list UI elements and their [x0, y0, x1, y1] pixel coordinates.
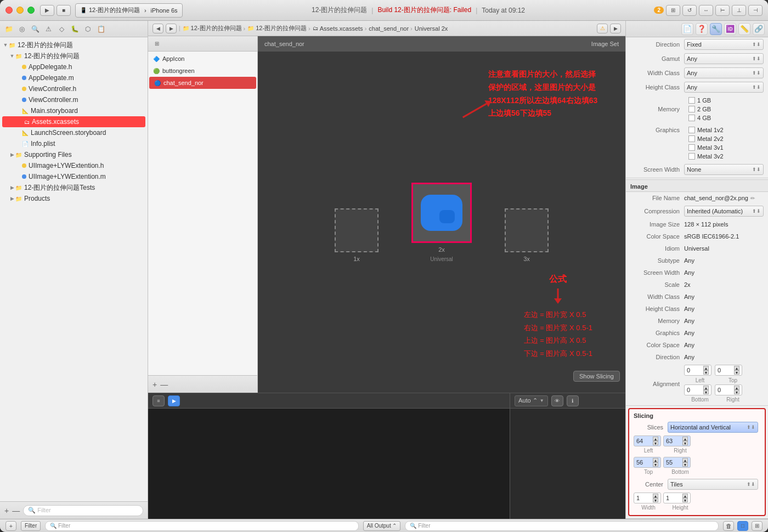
slice-left-up[interactable]: ▲: [653, 437, 658, 441]
breadcrumb-next-btn[interactable]: ▶: [610, 24, 621, 33]
file-name-edit-icon[interactable]: ✏: [750, 195, 755, 201]
products-disclosure[interactable]: ▶: [9, 196, 15, 201]
slice-top-up[interactable]: ▲: [653, 458, 658, 462]
breadcrumb-fwd-btn[interactable]: ▶: [166, 24, 177, 33]
layout-btn-3[interactable]: ↔: [699, 5, 713, 16]
remove-file-btn[interactable]: —: [160, 380, 168, 389]
view-status-btn1[interactable]: □: [737, 521, 748, 531]
tree-item-products[interactable]: ▶ 📁 Products: [0, 193, 148, 204]
alignment-bottom-field[interactable]: 0 ▲ ▼: [684, 384, 711, 395]
slice-bottom-field[interactable]: 55 ▲ ▼: [663, 457, 691, 468]
disclosure-icon[interactable]: ▼: [2, 42, 9, 48]
slice-top-down[interactable]: ▼: [653, 462, 658, 467]
slice-width-up[interactable]: ▲: [653, 494, 658, 498]
breadcrumb-item-3[interactable]: 🗂 Assets.xcassets ›: [313, 25, 367, 32]
slice-width-down[interactable]: ▼: [653, 498, 658, 502]
slot-box-3x[interactable]: [505, 208, 549, 252]
alignment-right-up[interactable]: ▲: [734, 366, 739, 370]
memory-1gb-checkbox[interactable]: [688, 97, 695, 104]
breadcrumb-back-btn[interactable]: ◀: [153, 24, 163, 33]
breadcrumb-item-5[interactable]: Universal 2x: [415, 25, 448, 32]
report-icon[interactable]: 📋: [95, 24, 106, 35]
attribute-insp-icon[interactable]: 🔧: [710, 23, 722, 35]
layout-btn-1[interactable]: ⊞: [666, 5, 680, 16]
slice-right-down[interactable]: ▼: [682, 441, 688, 445]
show-slicing-button[interactable]: Show Slicing: [573, 371, 620, 382]
stop-button[interactable]: ■: [57, 5, 71, 16]
width-class-select[interactable]: Any ⬆⬇: [684, 67, 764, 78]
alignment-top-down[interactable]: ▼: [734, 390, 739, 394]
source-control-icon[interactable]: ◎: [16, 24, 27, 35]
memory-4gb-checkbox[interactable]: [688, 115, 695, 121]
metal1v2-checkbox[interactable]: [688, 127, 695, 133]
tree-item-appdel-h[interactable]: AppDelegate.h: [0, 61, 148, 72]
slice-bottom-down[interactable]: ▼: [682, 462, 688, 467]
slice-right-stepper[interactable]: ▲ ▼: [682, 437, 688, 445]
tree-item-assets[interactable]: 🗂 Assets.xcassets: [2, 116, 145, 127]
quick-help-icon[interactable]: ❓: [696, 23, 708, 35]
tree-item-viewcon-h[interactable]: ViewController.h: [0, 83, 148, 94]
gamut-select[interactable]: Any ⬆⬇: [684, 53, 764, 64]
tree-item-tests[interactable]: ▶ 📁 12-图片的拉伸问题Tests: [0, 182, 148, 193]
remove-nav-btn[interactable]: —: [12, 506, 20, 515]
slot-box-2x[interactable]: [411, 183, 472, 243]
trash-status-btn[interactable]: 🗑: [723, 521, 734, 531]
layout-btn-2[interactable]: ↺: [682, 5, 697, 16]
alignment-left-down[interactable]: ▼: [703, 370, 709, 375]
alignment-right-stepper[interactable]: ▲ ▼: [734, 366, 739, 375]
slice-top-stepper[interactable]: ▲ ▼: [653, 458, 658, 467]
tree-item-uiimage-h[interactable]: UIImage+LYWExtention.h: [0, 160, 148, 171]
slice-width-stepper[interactable]: ▲ ▼: [653, 494, 658, 502]
minimize-button[interactable]: [16, 7, 24, 14]
direction-select[interactable]: Fixed ⬆⬇: [684, 39, 764, 50]
search-nav-icon[interactable]: 🔍: [30, 24, 41, 35]
compression-select[interactable]: Inherited (Automatic) ⬆⬇: [684, 206, 764, 217]
metal3v1-checkbox[interactable]: [688, 144, 695, 151]
size-insp-icon[interactable]: 📏: [738, 23, 750, 35]
file-insp-icon[interactable]: 📄: [681, 23, 693, 35]
auto-selector[interactable]: Auto ⌃ ▼: [515, 395, 548, 406]
tree-item-uiimage-m[interactable]: UIImage+LYWExtention.m: [0, 171, 148, 182]
tree-item-viewcon-m[interactable]: ViewController.m: [0, 94, 148, 105]
close-button[interactable]: [5, 7, 13, 14]
alignment-top-stepper[interactable]: ▲ ▼: [734, 386, 739, 394]
breadcrumb-item-1[interactable]: 📁 12-图片的拉伸问题 ›: [183, 24, 246, 32]
alignment-top-field[interactable]: 0 ▲ ▼: [715, 384, 742, 395]
alignment-bottom-stepper[interactable]: ▲ ▼: [703, 386, 709, 394]
alignment-bottom-down[interactable]: ▼: [703, 390, 709, 394]
tests-disclosure[interactable]: ▶: [9, 185, 15, 190]
slice-height-down[interactable]: ▼: [682, 498, 688, 502]
grid-view-btn[interactable]: ⊞: [151, 38, 162, 49]
add-file-btn[interactable]: +: [153, 380, 157, 389]
bottom-list-btn[interactable]: ≡: [153, 395, 165, 406]
breakpoint-icon[interactable]: ⬡: [82, 24, 93, 35]
connect-insp-icon[interactable]: 🔗: [753, 23, 765, 35]
add-status-btn[interactable]: +: [5, 521, 16, 531]
breadcrumb-item-4[interactable]: chat_send_nor ›: [369, 25, 412, 32]
slice-bottom-stepper[interactable]: ▲ ▼: [682, 458, 688, 467]
slice-width-field[interactable]: 1 ▲ ▼: [634, 493, 661, 503]
status-filter-1[interactable]: 🔍 Filter: [45, 521, 359, 531]
file-item-appicon[interactable]: 🔷 AppIcon: [148, 53, 257, 65]
slice-left-stepper[interactable]: ▲ ▼: [653, 437, 658, 445]
file-item-buttongreen[interactable]: 🟢 buttongreen: [148, 65, 257, 77]
alignment-left-up[interactable]: ▲: [703, 366, 709, 370]
slot-box-1x[interactable]: [335, 208, 379, 252]
slice-height-up[interactable]: ▲: [682, 494, 688, 498]
slice-right-up[interactable]: ▲: [682, 437, 688, 441]
all-output-selector[interactable]: All Output ⌃: [363, 521, 401, 531]
maximize-button[interactable]: [27, 7, 35, 14]
slice-bottom-up[interactable]: ▲: [682, 458, 688, 462]
alignment-top-up[interactable]: ▲: [734, 386, 739, 390]
alignment-left-stepper[interactable]: ▲ ▼: [703, 366, 709, 375]
eye-btn[interactable]: 👁: [551, 395, 563, 406]
alignment-left-field[interactable]: 0 ▲ ▼: [684, 365, 711, 376]
memory-2gb-checkbox[interactable]: [688, 106, 695, 112]
panel-left-btn[interactable]: ⊢: [715, 5, 730, 16]
scheme-selector[interactable]: 📱 12-图片的拉伸问题 › iPhone 6s: [75, 3, 183, 18]
auto-status-selector[interactable]: Filter: [21, 521, 41, 531]
tree-item-appdel-m[interactable]: AppDelegate.m: [0, 72, 148, 83]
slice-left-field[interactable]: 64 ▲ ▼: [634, 435, 661, 446]
info-btn[interactable]: ℹ: [567, 395, 579, 406]
slices-select[interactable]: Horizontal and Vertical ⬆⬇: [668, 422, 758, 433]
